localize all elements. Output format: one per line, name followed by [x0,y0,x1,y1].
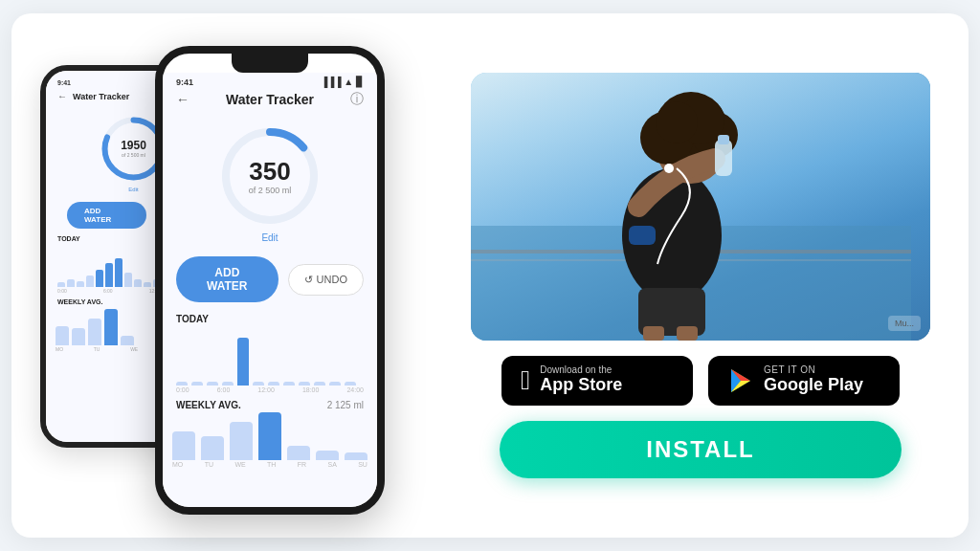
bar-item [134,279,142,287]
phone-front-circle-text: 350 of 2 500 ml [249,158,292,195]
app-store-text: Download on the App Store [540,365,622,396]
phone-back-sub: of 2 500 ml [121,152,146,158]
weekly-bar [287,446,310,460]
phone-back-edit[interactable]: Edit [128,187,138,192]
google-play-button[interactable]: GET IT ON Google Play [708,356,900,406]
phone-front-weekly-value: 2 125 ml [327,400,364,410]
phone-front-undo-button[interactable]: ↺ UNDO [288,264,364,296]
phone-front-sub: of 2 500 ml [249,185,292,194]
phone-front-progress-circle: 350 of 2 500 ml [217,123,323,229]
google-play-icon [727,367,754,394]
weekly-bar [56,326,69,345]
weekly-bar [345,452,368,460]
back-arrow-icon: ← [57,91,67,101]
weekly-bar [172,431,195,460]
install-button[interactable]: INSTALL [500,421,902,478]
phone-front-add-water-button[interactable]: ADD WATER [176,256,278,302]
hero-photo: Mu... [471,73,930,341]
phone-front-buttons: ADD WATER ↺ UNDO [163,256,377,302]
phone-notch [232,54,308,73]
bar-item [96,270,103,287]
phone-front-day-labels: MO TU WE TH FR SA SU [163,460,377,469]
phone-front-weekly-chart [163,412,377,460]
phone-back-circle-text: 1950 of 2 500 ml [121,140,146,158]
phone-front-title: Water Tracker [226,92,314,107]
phone-front-today-label: TODAY [163,310,377,328]
google-play-subtitle: GET IT ON [764,365,863,375]
weekly-bar [258,412,281,460]
weekly-bar [104,309,118,345]
phone-back-time: 9:41 [57,79,71,86]
person-illustration [471,73,911,341]
svg-rect-19 [677,326,698,341]
svg-rect-15 [718,135,729,144]
svg-rect-16 [629,226,656,245]
phone-front: 9:41 ▐▐▐ ▲ ▊ ← Water Tracker ⓘ [155,46,385,515]
watermark-badge: Mu... [888,316,921,331]
app-store-subtitle: Download on the [540,365,622,375]
svg-rect-14 [715,140,732,176]
phone-front-weekly-label: WEEKLY AVG. [176,400,241,410]
front-back-arrow-icon[interactable]: ← [176,92,189,107]
app-store-button[interactable]:  Download on the App Store [501,356,693,406]
right-section: Mu...  Download on the App Store [461,33,940,518]
bar-item [115,258,122,287]
phone-front-value: 350 [249,158,292,186]
app-store-title: App Store [540,375,622,396]
phone-back-add-water-button[interactable]: ADD WATER [67,202,146,229]
phone-front-time-labels: 0:00 6:00 12:00 18:00 24:00 [163,386,377,394]
phone-back-value: 1950 [121,140,146,152]
weekly-bar [230,422,253,460]
phone-front-edit[interactable]: Edit [261,232,278,243]
weekly-bar [121,336,134,345]
phone-front-screen: 9:41 ▐▐▐ ▲ ▊ ← Water Tracker ⓘ [163,73,377,515]
bar-item [86,276,94,287]
phone-front-circle-section: 350 of 2 500 ml Edit [163,114,377,249]
weekly-bar [72,328,85,345]
weekly-bar [201,436,224,460]
svg-point-13 [656,101,698,143]
google-play-text: GET IT ON Google Play [764,365,863,396]
weekly-bar [88,319,101,345]
phone-front-weekly-header: WEEKLY AVG. 2 125 ml [163,394,377,412]
svg-rect-18 [643,326,664,341]
svg-point-20 [664,164,674,173]
info-icon[interactable]: ⓘ [350,91,364,108]
bar-item [105,263,113,287]
bar-item [237,338,249,386]
bar-item [67,279,75,287]
phones-section: 9:41 ▐▐▐▲▊ ← Water Tracker [40,36,442,515]
phone-front-time: 9:41 [176,77,193,87]
bar-item [124,273,132,287]
weekly-bar [316,451,339,460]
main-container: 9:41 ▐▐▐▲▊ ← Water Tracker [11,13,969,538]
phone-front-bar-chart [163,328,377,386]
store-buttons-row:  Download on the App Store GET IT ON Go… [501,356,900,406]
phone-front-signal: ▐▐▐ ▲ ▊ [321,77,364,87]
phone-front-status: 9:41 ▐▐▐ ▲ ▊ [163,73,377,89]
google-play-title: Google Play [764,375,863,396]
phone-front-header: ← Water Tracker ⓘ [163,89,377,114]
phone-back-title: Water Tracker [73,92,129,101]
apple-icon:  [521,365,530,396]
